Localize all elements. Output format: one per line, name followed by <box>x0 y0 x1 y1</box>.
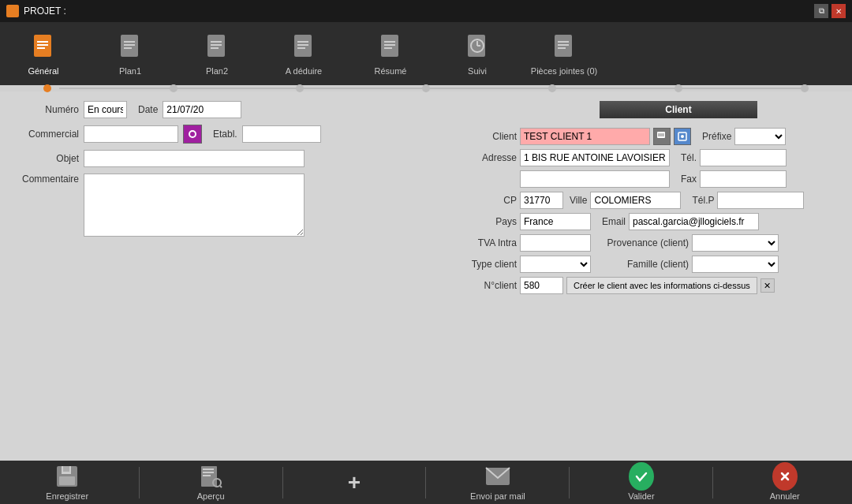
tab-pieces-jointes-label: Pièces jointes (0) <box>531 66 597 76</box>
svg-rect-25 <box>558 41 569 43</box>
commercial-row: Commercial Etabl. <box>16 125 442 144</box>
envoi-mail-button[interactable]: Envoi par mail <box>466 464 529 501</box>
telp-input[interactable] <box>717 192 804 209</box>
restore-button[interactable]: ⧉ <box>814 4 828 18</box>
etabl-input[interactable] <box>242 125 321 143</box>
svg-rect-7 <box>124 47 132 49</box>
apercu-label: Aperçu <box>197 491 225 501</box>
adresse-row1: Adresse Tél. <box>458 149 836 166</box>
add-icon: + <box>348 472 361 494</box>
email-label: Email <box>602 216 626 227</box>
prefixe-select[interactable] <box>734 128 786 145</box>
tab-resume-icon <box>378 33 403 63</box>
commercial-icon-btn[interactable] <box>183 125 202 144</box>
create-client-button[interactable]: Créer le client avec les informations ci… <box>566 277 757 294</box>
commercial-label: Commercial <box>16 129 79 140</box>
progress-dots <box>43 84 809 92</box>
tab-general[interactable]: Général <box>0 26 87 85</box>
svg-rect-5 <box>124 41 135 43</box>
svg-rect-38 <box>59 476 75 485</box>
tva-input[interactable] <box>520 234 591 252</box>
svg-rect-9 <box>211 41 222 43</box>
fax-input[interactable] <box>700 170 787 188</box>
valider-button[interactable]: Valider <box>610 464 673 501</box>
enregistrer-label: Enregistrer <box>46 491 88 501</box>
client-field-label: Client <box>458 131 517 142</box>
pays-input[interactable] <box>520 213 591 230</box>
svg-point-34 <box>681 135 684 138</box>
adresse-label: Adresse <box>458 152 517 163</box>
svg-rect-27 <box>558 47 566 49</box>
svg-rect-6 <box>124 44 135 46</box>
client-input[interactable] <box>520 128 650 145</box>
pays-label: Pays <box>458 216 517 227</box>
svg-rect-40 <box>203 469 214 470</box>
numero-input[interactable] <box>84 101 127 118</box>
annuler-label: Annuler <box>770 491 800 501</box>
client-edit-btn[interactable] <box>674 128 691 145</box>
objet-input[interactable] <box>84 150 305 167</box>
progress-dot-0 <box>43 84 51 92</box>
svg-point-29 <box>190 132 195 136</box>
objet-label: Objet <box>16 153 79 164</box>
date-input[interactable] <box>163 101 241 118</box>
svg-rect-10 <box>211 44 222 46</box>
nclient-label: N°client <box>458 280 517 291</box>
commentaire-textarea[interactable] <box>84 174 305 237</box>
client-input-row: Client Préfixe <box>458 128 836 145</box>
apercu-button[interactable]: Aperçu <box>179 464 242 501</box>
ville-input[interactable] <box>590 192 681 209</box>
tab-pieces-jointes[interactable]: Pièces jointes (0) <box>521 26 607 85</box>
svg-rect-37 <box>63 466 69 472</box>
type-famille-row: Type client Famille (client) <box>458 256 836 273</box>
tab-resume[interactable]: Résumé <box>347 26 434 85</box>
tab-plan2-label: Plan2 <box>206 66 228 76</box>
tab-a-deduire[interactable]: A déduire <box>260 26 347 85</box>
close-button[interactable]: ✕ <box>831 4 846 18</box>
email-input[interactable] <box>629 213 759 230</box>
tab-suivi-label: Suivi <box>468 66 487 76</box>
annuler-icon <box>772 464 798 489</box>
client-search-btn[interactable] <box>653 128 671 145</box>
separator-3 <box>425 467 426 498</box>
svg-rect-18 <box>384 44 395 46</box>
type-client-select[interactable] <box>520 256 591 273</box>
svg-rect-19 <box>384 47 392 49</box>
prefixe-label: Préfixe <box>702 131 731 142</box>
tva-provenance-row: TVA Intra Provenance (client) <box>458 234 836 252</box>
telp-label: Tél.P <box>692 195 714 206</box>
adresse-input2[interactable] <box>520 170 670 188</box>
progress-dot-3 <box>422 84 430 92</box>
commercial-input[interactable] <box>84 125 178 143</box>
nclient-input[interactable] <box>520 277 563 294</box>
create-client-close-btn[interactable]: ✕ <box>760 278 775 293</box>
tel-input[interactable] <box>700 149 787 166</box>
client-header: Client <box>600 101 757 118</box>
title-bar-left: PROJET : <box>6 5 66 17</box>
famille-select[interactable] <box>692 256 779 273</box>
tab-plan2[interactable]: Plan2 <box>174 26 260 85</box>
tab-plan2-icon <box>204 33 230 63</box>
tab-plan1[interactable]: Plan1 <box>87 26 174 85</box>
type-client-label: Type client <box>458 259 517 270</box>
enregistrer-button[interactable]: Enregistrer <box>36 464 99 501</box>
famille-label: Famille (client) <box>602 259 689 270</box>
progress-dot-1 <box>170 84 178 92</box>
tab-suivi[interactable]: Suivi <box>434 26 521 85</box>
form-left: Numéro Date Commercial Etabl. Objet <box>16 101 442 298</box>
svg-rect-11 <box>211 47 219 49</box>
annuler-button[interactable]: Annuler <box>753 464 816 501</box>
adresse-input1[interactable] <box>520 149 670 166</box>
cp-input[interactable] <box>520 192 563 209</box>
etabl-label: Etabl. <box>213 129 237 140</box>
add-button[interactable]: + <box>323 472 386 494</box>
progress-bar <box>0 85 852 91</box>
progress-dot-6 <box>801 84 809 92</box>
tab-pieces-jointes-icon <box>551 33 577 63</box>
adresse-row2: Fax <box>458 170 836 188</box>
svg-rect-17 <box>384 41 395 43</box>
provenance-select[interactable] <box>692 234 779 252</box>
svg-rect-1 <box>37 41 48 43</box>
tab-general-icon <box>31 33 56 63</box>
form-right: Client Client Préfixe Adresse <box>458 101 836 298</box>
